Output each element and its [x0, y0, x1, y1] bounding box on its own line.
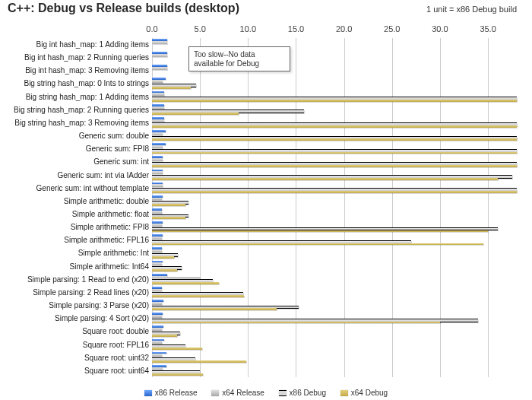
row-bars — [152, 338, 517, 351]
bar — [152, 170, 163, 172]
bar — [152, 104, 164, 106]
bar — [152, 339, 164, 341]
bar — [152, 341, 162, 344]
bar — [152, 55, 167, 57]
row-bars — [152, 312, 517, 325]
annotation-callout: Too slow--No data available for Debug — [188, 46, 290, 71]
category-label: Simple parsing: 2 Read lines (x20) — [0, 286, 149, 299]
bar — [152, 277, 200, 279]
chart-row: Generic sum: int — [0, 155, 517, 168]
legend-item-x64-debug: x64 Debug — [340, 389, 388, 397]
chart-row: Simple arithmetic: FPL16 — [0, 233, 517, 246]
bar — [152, 204, 185, 206]
bar — [152, 335, 177, 337]
category-label: Generic sum: FPI8 — [0, 142, 149, 155]
chart-row: Generic sum: int without template — [0, 182, 517, 195]
x-tick-label: 35.0 — [480, 24, 496, 33]
legend-label: x64 Release — [222, 389, 264, 397]
bar — [152, 282, 219, 284]
category-label: Big string hash_map: 3 Removing items — [0, 116, 149, 129]
category-label: Square root: FPL16 — [0, 338, 149, 351]
chart-row: Big string hash_map: 3 Removing items — [0, 116, 517, 129]
bar — [152, 221, 163, 224]
bar — [152, 208, 162, 211]
chart-row: Square root: FPL16 — [0, 338, 517, 351]
bar — [152, 308, 277, 310]
bar — [152, 78, 166, 80]
row-bars — [152, 246, 517, 259]
bar — [152, 195, 163, 198]
row-bars — [152, 260, 517, 273]
swatch-x86-debug — [279, 390, 287, 396]
chart-row: Simple parsing: 1 Read to end (x20) — [0, 273, 517, 286]
row-bars — [152, 90, 517, 103]
category-label: Square root: uint64 — [0, 364, 149, 377]
category-label: Square root: double — [0, 325, 149, 338]
x-tick-label: 0.0 — [146, 24, 157, 33]
chart-row: Big string hash_map: 0 Ints to strings — [0, 77, 517, 90]
row-bars — [152, 103, 517, 116]
bar — [152, 224, 162, 227]
bar — [152, 152, 517, 154]
bar — [152, 234, 163, 237]
row-bars — [152, 273, 517, 286]
bar — [152, 274, 167, 276]
bar — [152, 185, 163, 187]
category-label: Big int hash_map: 1 Adding items — [0, 38, 149, 51]
bar — [152, 256, 174, 259]
bar — [152, 230, 488, 233]
bar — [152, 373, 203, 376]
chart-row: Big string hash_map: 2 Running queries — [0, 103, 517, 116]
chart-row: Simple arithmetic: double — [0, 195, 517, 208]
bar — [152, 100, 517, 102]
bar — [152, 87, 191, 89]
bar — [152, 313, 163, 315]
bar — [152, 91, 164, 94]
category-label: Big string hash_map: 0 Ints to strings — [0, 77, 149, 90]
bar — [152, 300, 163, 302]
category-label: Big string hash_map: 1 Adding items — [0, 90, 149, 103]
swatch-x64-release — [211, 390, 219, 396]
bar — [152, 352, 166, 354]
chart-subtitle: 1 unit = x86 Debug build — [426, 5, 517, 14]
category-label: Big string hash_map: 2 Running queries — [0, 103, 149, 116]
bar — [152, 322, 440, 324]
chart-row: Big string hash_map: 1 Adding items — [0, 90, 517, 103]
category-label: Simple parsing: 3 Parse (x20) — [0, 299, 149, 312]
bar — [152, 172, 163, 174]
x-tick-label: 10.0 — [240, 24, 256, 33]
category-label: Simple parsing: 1 Read to end (x20) — [0, 273, 149, 286]
swatch-x86-release — [144, 390, 152, 396]
bar — [152, 81, 163, 83]
bar — [152, 303, 162, 305]
chart-row: Generic sum: FPI8 — [0, 142, 517, 155]
row-bars — [152, 142, 517, 155]
row-bars — [152, 208, 517, 221]
legend-item-x86-release: x86 Release — [144, 389, 198, 397]
bar — [152, 360, 246, 363]
chart-row: Generic sum: double — [0, 129, 517, 142]
bar — [152, 198, 162, 201]
bar — [152, 290, 162, 292]
bar — [152, 94, 164, 96]
category-label: Simple arithmetic: FPI8 — [0, 221, 149, 233]
category-label: Generic sum: double — [0, 129, 149, 142]
row-bars — [152, 221, 517, 233]
row-bars — [152, 351, 517, 364]
chart-title: C++: Debug vs Release builds (desktop) — [0, 2, 239, 15]
row-bars — [152, 116, 517, 129]
chart-container: C++: Debug vs Release builds (desktop) 1… — [0, 0, 532, 400]
bar — [152, 348, 202, 350]
bar — [152, 107, 164, 110]
row-bars — [152, 299, 517, 312]
chart-row: Simple arithmetic: float — [0, 208, 517, 221]
bar — [152, 133, 163, 135]
bar — [152, 42, 167, 44]
chart-row: Generic sum: int via IAdder — [0, 169, 517, 182]
legend-label: x86 Release — [155, 389, 198, 397]
category-label: Simple arithmetic: float — [0, 208, 149, 221]
category-label: Simple parsing: 4 Sort (x20) — [0, 312, 149, 325]
row-bars — [152, 182, 517, 195]
bar — [152, 329, 162, 331]
bar — [152, 65, 167, 67]
